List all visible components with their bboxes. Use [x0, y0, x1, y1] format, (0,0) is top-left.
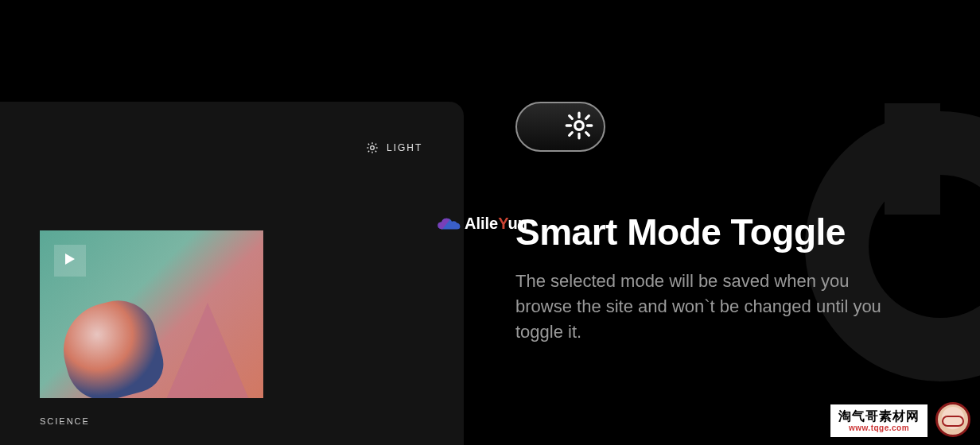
- light-mode-label: LIGHT: [387, 142, 422, 153]
- feature-description: The selected mode will be saved when you…: [515, 269, 881, 345]
- cloud-icon: [436, 216, 461, 232]
- svg-marker-9: [65, 253, 75, 265]
- mode-toggle-switch[interactable]: [515, 102, 605, 152]
- svg-line-18: [586, 115, 589, 118]
- svg-line-14: [586, 132, 589, 135]
- badge-url: www.tqge.com: [838, 424, 920, 432]
- avatar-glasses-icon: [935, 402, 970, 437]
- badge-title: 淘气哥素材网: [838, 409, 920, 424]
- svg-line-4: [375, 151, 376, 152]
- watermark-center: AlileYun: [436, 215, 527, 233]
- play-button[interactable]: [54, 245, 86, 277]
- toggle-knob: [559, 107, 599, 147]
- svg-point-0: [371, 146, 375, 150]
- article-card[interactable]: [40, 230, 263, 398]
- sun-icon: [366, 141, 379, 154]
- background-bar-shape: [885, 103, 940, 215]
- sun-icon: [565, 111, 593, 143]
- feature-heading: Smart Mode Toggle: [515, 211, 846, 253]
- article-thumbnail: [40, 230, 263, 398]
- source-watermark-badge: 淘气哥素材网 www.tqge.com: [830, 404, 928, 437]
- svg-line-13: [570, 115, 573, 118]
- watermark-text: AlileYun: [465, 215, 527, 233]
- svg-line-3: [368, 144, 369, 145]
- light-mode-toggle[interactable]: LIGHT: [366, 141, 422, 154]
- svg-line-7: [368, 151, 369, 152]
- svg-line-17: [570, 132, 573, 135]
- article-category-label: SCIENCE: [40, 416, 90, 426]
- svg-point-10: [575, 121, 584, 130]
- svg-line-8: [375, 144, 376, 145]
- play-icon: [65, 253, 75, 268]
